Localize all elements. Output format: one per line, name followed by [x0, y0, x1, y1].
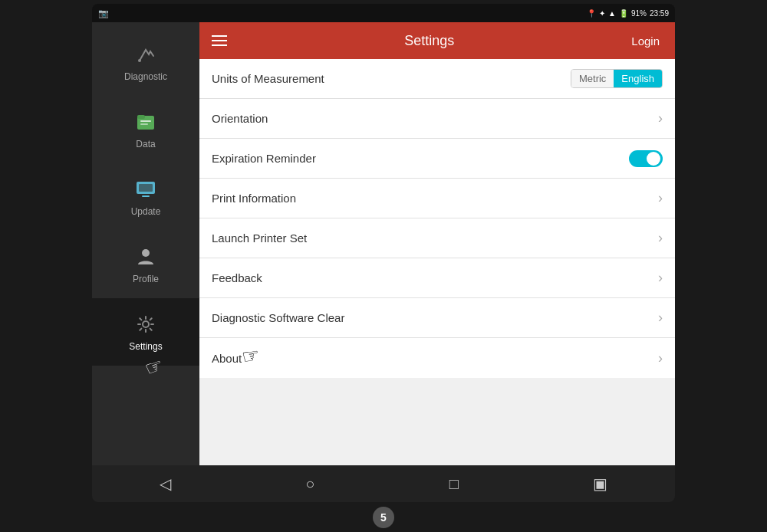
app-area: Diagnostic Data	[92, 22, 675, 465]
diagnostic-clear-label: Diagnostic Software Clear	[212, 311, 658, 324]
main-content: Settings Login Units of Measurement Metr…	[199, 22, 675, 465]
back-button[interactable]: ◁	[160, 475, 171, 493]
svg-rect-6	[139, 184, 153, 192]
bottom-nav: ◁ ○ □ ▣	[92, 465, 675, 502]
cursor-about: ☞	[239, 343, 261, 369]
time: 23:59	[650, 9, 669, 18]
settings-row-print[interactable]: Print Information ›	[199, 179, 675, 218]
sidebar-item-profile[interactable]: Profile	[92, 231, 199, 298]
diagnostic-icon	[133, 42, 158, 67]
battery-icon: 🔋	[619, 9, 628, 18]
settings-row-diagnostic-clear[interactable]: Diagnostic Software Clear ›	[199, 298, 675, 338]
back-icon: ◁	[160, 475, 171, 493]
orientation-chevron: ›	[658, 110, 663, 126]
top-bar: Settings Login	[199, 22, 675, 59]
home-icon: ○	[305, 475, 314, 493]
location-icon: 📍	[587, 9, 596, 18]
metric-option[interactable]: Metric	[571, 70, 614, 87]
expiration-label: Expiration Reminder	[212, 152, 629, 165]
settings-row-printer[interactable]: Launch Printer Set ›	[199, 218, 675, 258]
sidebar-item-update[interactable]: Update	[92, 163, 199, 231]
english-option[interactable]: English	[614, 70, 662, 87]
settings-list: Units of Measurement Metric English Orie…	[199, 59, 675, 465]
status-bar: 📷 📍 ✦ ▲ 🔋 91% 23:59	[92, 4, 675, 22]
print-chevron: ›	[658, 190, 663, 206]
home-button[interactable]: ○	[305, 475, 314, 493]
status-icons: 📍 ✦ ▲ 🔋 91% 23:59	[587, 9, 669, 18]
sidebar-item-diagnostic[interactable]: Diagnostic	[92, 28, 199, 96]
recent-button[interactable]: □	[449, 475, 459, 493]
settings-row-about[interactable]: About › ☞	[199, 338, 675, 378]
svg-point-0	[138, 59, 141, 62]
screenshot-button[interactable]: ▣	[593, 475, 607, 493]
login-button[interactable]: Login	[625, 31, 666, 51]
sidebar-item-settings[interactable]: Settings ☞	[92, 298, 199, 366]
settings-row-feedback[interactable]: Feedback ›	[199, 258, 675, 298]
sidebar-update-label: Update	[131, 206, 161, 217]
sidebar-diagnostic-label: Diagnostic	[124, 71, 167, 82]
svg-point-8	[142, 249, 150, 257]
bluetooth-icon: ✦	[599, 9, 605, 18]
status-left: 📷	[98, 8, 109, 18]
diagnostic-clear-chevron: ›	[658, 310, 663, 326]
about-label: About	[212, 352, 658, 365]
hamburger-line-2	[212, 40, 227, 41]
orientation-label: Orientation	[212, 112, 658, 125]
measurement-toggle[interactable]: Metric English	[571, 69, 663, 88]
profile-icon	[133, 245, 158, 269]
battery-percent: 91%	[631, 9, 647, 18]
sidebar-settings-label: Settings	[129, 341, 162, 352]
sidebar-item-data[interactable]: Data	[92, 96, 199, 163]
data-icon	[133, 110, 158, 134]
svg-rect-4	[140, 123, 148, 125]
hamburger-button[interactable]	[209, 32, 230, 49]
svg-rect-2	[137, 115, 145, 119]
page-title: Settings	[239, 33, 619, 49]
settings-row-orientation[interactable]: Orientation ›	[199, 99, 675, 139]
step-indicator: 5	[373, 507, 394, 528]
settings-row-expiration[interactable]: Expiration Reminder	[199, 139, 675, 179]
print-label: Print Information	[212, 192, 658, 205]
settings-row-units[interactable]: Units of Measurement Metric English	[199, 59, 675, 99]
sidebar-data-label: Data	[136, 139, 155, 149]
wifi-icon: ▲	[608, 9, 616, 18]
sidebar: Diagnostic Data	[92, 22, 199, 465]
settings-icon	[133, 312, 158, 337]
hamburger-line-3	[212, 44, 227, 46]
printer-chevron: ›	[658, 230, 663, 246]
expiration-toggle[interactable]	[629, 150, 663, 167]
feedback-chevron: ›	[658, 270, 663, 286]
printer-label: Launch Printer Set	[212, 232, 658, 245]
hamburger-line-1	[212, 35, 227, 37]
screenshot-icon: ▣	[593, 475, 607, 493]
settings-section-main: Units of Measurement Metric English Orie…	[199, 59, 675, 378]
units-label: Units of Measurement	[212, 72, 571, 85]
sidebar-profile-label: Profile	[133, 274, 159, 284]
update-icon	[133, 177, 158, 202]
svg-point-9	[143, 321, 149, 327]
about-chevron: ›	[658, 350, 663, 366]
recent-icon: □	[449, 475, 459, 493]
feedback-label: Feedback	[212, 271, 658, 284]
svg-rect-7	[142, 195, 150, 197]
svg-rect-3	[140, 120, 151, 122]
device-frame: 📷 📍 ✦ ▲ 🔋 91% 23:59 Diagnostic	[92, 4, 675, 502]
